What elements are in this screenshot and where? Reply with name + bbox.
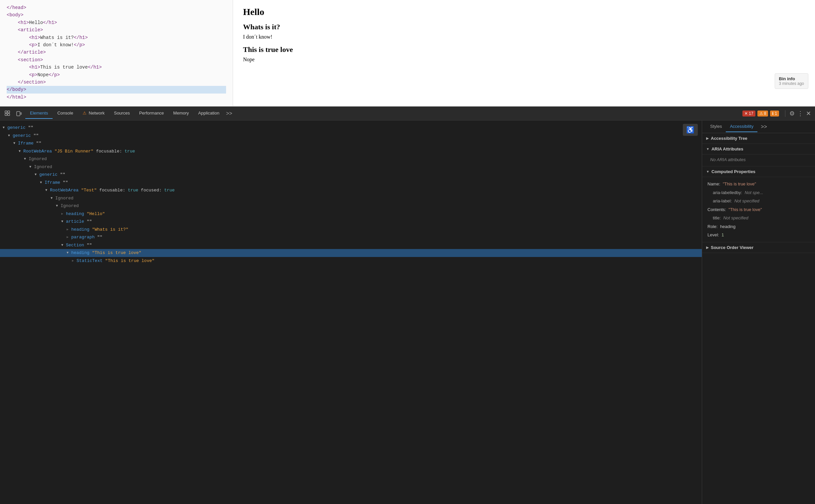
tree-row[interactable]: Ignored (0, 163, 702, 171)
tree-row[interactable]: paragraph "" (0, 233, 702, 241)
tree-row[interactable]: generic "" (0, 171, 702, 179)
rendered-article-h2: Whats is it? (243, 23, 805, 31)
tree-row[interactable]: generic "" (0, 132, 702, 140)
prop-name-row: Name: "This is true love" (707, 180, 810, 188)
warning-badge[interactable]: ⚠ 8 (757, 111, 768, 117)
code-line: <article> (7, 26, 226, 34)
aria-attributes-section-header[interactable]: ARIA Attributes (702, 144, 815, 154)
close-devtools-button[interactable]: ✕ (805, 109, 812, 119)
tree-row[interactable]: RootWebArea "JS Bin Runner" focusable: t… (0, 147, 702, 155)
tab-styles[interactable]: Styles (706, 121, 726, 132)
tab-memory[interactable]: Memory (168, 108, 193, 119)
devtools-inspect-icon[interactable] (3, 109, 13, 119)
tab-performance[interactable]: Performance (135, 108, 168, 119)
right-panel: Styles Accessibility >> Accessibility Tr… (702, 121, 815, 504)
warning-icon: ⚠ (759, 111, 763, 116)
computed-properties-label: Computed Properties (711, 169, 755, 174)
tree-row[interactable]: Ignored (0, 202, 702, 210)
section-arrow-icon (706, 136, 709, 140)
aria-attributes-label: ARIA Attributes (711, 146, 743, 151)
tree-row[interactable]: RootWebArea "Test" focusable: true focus… (0, 186, 702, 194)
rendered-section-h2: This is true love (243, 45, 805, 54)
tree-row[interactable]: Section "" (0, 241, 702, 249)
prop-contents-row: Contents: "This is true love" (707, 205, 810, 214)
computed-properties-section-header[interactable]: Computed Properties (702, 166, 815, 177)
tree-arrow-icon (56, 203, 60, 208)
tree-arrow-icon (19, 149, 23, 154)
tab-application[interactable]: Application (193, 108, 224, 119)
tree-arrow-icon (72, 258, 76, 263)
tree-arrow-icon (40, 180, 44, 185)
more-options-button[interactable]: ⋮ (796, 109, 805, 119)
tree-row[interactable]: heading "Hello" (0, 210, 702, 218)
prop-aria-labelledby-row: aria-labelledby: Not spe... (707, 188, 810, 197)
section-arrow-icon (706, 246, 709, 249)
tab-accessibility[interactable]: Accessibility (726, 121, 757, 132)
rendered-h1: Hello (243, 7, 805, 17)
tree-row[interactable]: generic "" (0, 124, 702, 132)
right-panel-content: Accessibility Tree ARIA Attributes No AR… (702, 133, 815, 504)
devtools-panel: Elements Console ⚠ Network Sources Perfo… (0, 107, 815, 504)
info-badge[interactable]: ℹ 1 (770, 111, 779, 117)
tree-arrow-icon (45, 188, 49, 193)
code-line: <p>I don´t know!</p> (7, 41, 226, 49)
prop-role-row: Role: heading (707, 222, 810, 231)
prop-title-row: title: Not specified (707, 214, 810, 222)
code-line: <h1>Hello</h1> (7, 19, 226, 26)
tab-divider (785, 110, 785, 117)
tree-row[interactable]: Ignored (0, 155, 702, 163)
bin-info-badge[interactable]: Bin info 3 minutes ago (775, 73, 808, 89)
tree-row[interactable]: heading "Whats is it?" (0, 226, 702, 234)
warning-count: 8 (764, 111, 766, 116)
preview-area: </head> <body> <h1>Hello</h1> <article> … (0, 0, 815, 107)
settings-button[interactable]: ⚙ (788, 109, 796, 119)
bin-info-time: 3 minutes ago (779, 81, 804, 86)
tree-row[interactable]: article "" (0, 218, 702, 226)
tree-arrow-icon (67, 250, 71, 255)
prop-aria-label-row: aria-label: Not specified (707, 197, 810, 205)
more-tabs-button[interactable]: >> (224, 108, 234, 119)
svg-rect-1 (5, 114, 7, 116)
svg-rect-4 (17, 112, 20, 116)
source-order-viewer-section-header[interactable]: Source Order Viewer (702, 242, 815, 253)
code-line: </article> (7, 49, 226, 56)
tree-row[interactable]: Iframe "" (0, 139, 702, 147)
bin-info-title: Bin info (779, 76, 804, 81)
code-line: <h1>This is true love</h1> (7, 64, 226, 71)
section-arrow-icon (706, 147, 709, 151)
tree-row-selected[interactable]: heading "This is true love" (0, 249, 702, 257)
right-panel-more-button[interactable]: >> (759, 123, 769, 131)
error-count: 17 (749, 111, 753, 116)
tree-row[interactable]: Ignored (0, 194, 702, 202)
svg-rect-3 (8, 114, 10, 116)
computed-properties-body: Name: "This is true love" aria-labelledb… (702, 177, 815, 242)
error-badge[interactable]: ✕ 17 (742, 111, 755, 117)
accessibility-tree-panel[interactable]: generic "" generic "" Iframe "" (0, 121, 702, 504)
info-icon: ℹ (772, 111, 774, 116)
tree-row[interactable]: StaticText "This is true love" (0, 257, 702, 265)
code-line: <section> (7, 56, 226, 64)
right-panel-tab-bar: Styles Accessibility >> (702, 121, 815, 133)
tree-arrow-icon (8, 133, 12, 138)
code-line: <h1>Whats is it?</h1> (7, 34, 226, 41)
code-line: </head> (7, 4, 226, 11)
accessibility-icon-button[interactable]: ♿ (683, 124, 698, 136)
tab-console[interactable]: Console (53, 108, 78, 119)
code-line: </html> (7, 94, 226, 101)
tab-network[interactable]: ⚠ Network (78, 108, 109, 119)
error-x-icon: ✕ (744, 111, 748, 116)
devtools-device-icon[interactable] (14, 109, 24, 119)
tab-sources[interactable]: Sources (109, 108, 135, 119)
error-badges: ✕ 17 ⚠ 8 ℹ 1 (742, 111, 779, 117)
tree-row[interactable]: Iframe "" (0, 179, 702, 187)
code-panel: </head> <body> <h1>Hello</h1> <article> … (0, 0, 233, 106)
svg-rect-0 (5, 111, 7, 113)
network-warning-icon: ⚠ (83, 111, 87, 116)
tree-arrow-icon (67, 235, 71, 240)
svg-rect-5 (21, 113, 22, 115)
accessibility-tree-section-header[interactable]: Accessibility Tree (702, 133, 815, 144)
prop-level-row: Level: 1 (707, 231, 810, 239)
code-line: <body> (7, 11, 226, 19)
rendered-section-p: Nope (243, 57, 805, 63)
tab-elements[interactable]: Elements (25, 108, 53, 119)
